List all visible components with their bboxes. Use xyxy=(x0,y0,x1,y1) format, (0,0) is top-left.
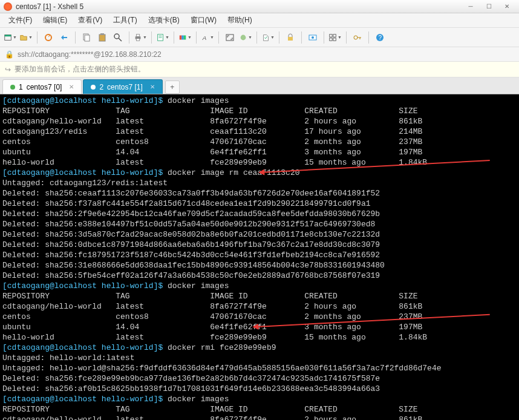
svg-rect-17 xyxy=(184,35,186,39)
terminal[interactable]: [cdtaogang@localhost hello-world]$ docke… xyxy=(0,94,519,420)
address-text[interactable]: ssh://cdtaogang:********@192.168.88.210:… xyxy=(18,50,162,59)
disconnect-button[interactable] xyxy=(57,31,71,44)
svg-rect-27 xyxy=(333,38,336,40)
open-button[interactable]: ▼ xyxy=(19,31,33,44)
close-button[interactable]: ✕ xyxy=(498,1,515,12)
color-scheme-button[interactable]: ▼ xyxy=(178,31,192,44)
xftp-button[interactable] xyxy=(306,31,319,44)
arrow-icon[interactable]: ↪ xyxy=(5,65,11,74)
infobar: ↪ 要添加当前会话，点击左侧的箭头按钮。 xyxy=(0,62,519,77)
lock-icon: 🔒 xyxy=(5,50,14,59)
tab-index: 1 xyxy=(19,83,23,91)
menu-tab[interactable]: 选项卡(B) xyxy=(143,13,184,27)
svg-rect-11 xyxy=(136,38,139,41)
menu-window[interactable]: 窗口(W) xyxy=(186,13,221,27)
svg-rect-26 xyxy=(330,38,332,40)
new-session-button[interactable]: ▼ xyxy=(4,31,17,44)
tab-add-button[interactable]: + xyxy=(165,80,180,94)
svg-text:A: A xyxy=(202,34,206,41)
svg-rect-21 xyxy=(288,37,293,41)
font-button[interactable]: A▼ xyxy=(201,31,214,44)
svg-rect-24 xyxy=(330,34,332,36)
toolbar: ▼ ▼ ▼ ▼ ▼ A▼ ▼ ▼ ▼ ? xyxy=(0,28,519,47)
tab-close-button[interactable]: ✕ xyxy=(69,84,74,90)
tab-close-button[interactable]: ✕ xyxy=(150,84,155,90)
menubar: 文件(F) 编辑(E) 查看(V) 工具(T) 选项卡(B) 窗口(W) 帮助(… xyxy=(0,13,519,28)
svg-rect-15 xyxy=(180,35,182,39)
key-button[interactable] xyxy=(351,31,364,44)
svg-line-8 xyxy=(119,38,122,41)
tab-centos7-0[interactable]: 1 centos7 [0] ✕ xyxy=(2,79,82,94)
reconnect-button[interactable] xyxy=(42,31,55,44)
infobar-text: 要添加当前会话，点击左侧的箭头按钮。 xyxy=(15,64,145,74)
svg-point-2 xyxy=(45,34,51,41)
paste-button[interactable] xyxy=(96,31,109,44)
app-icon xyxy=(4,2,12,11)
svg-rect-1 xyxy=(5,34,11,36)
maximize-button[interactable]: ☐ xyxy=(480,1,497,12)
svg-rect-16 xyxy=(181,35,184,39)
help-button[interactable]: ? xyxy=(373,31,387,44)
find-button[interactable] xyxy=(111,31,125,44)
svg-rect-10 xyxy=(136,34,139,36)
print-button[interactable]: ▼ xyxy=(134,31,147,44)
tab-status-icon xyxy=(10,85,15,90)
svg-point-7 xyxy=(114,34,119,39)
fullscreen-button[interactable] xyxy=(223,31,237,44)
svg-point-20 xyxy=(241,34,246,40)
svg-rect-4 xyxy=(85,35,90,41)
lock-button[interactable] xyxy=(284,31,297,44)
minimize-button[interactable]: ─ xyxy=(462,1,479,12)
tab-centos7-1[interactable]: 2 centos7 [1] ✕ xyxy=(83,79,162,94)
window-title: centos7 [1] - Xshell 5 xyxy=(16,2,83,11)
tabbar: 1 centos7 [0] ✕ 2 centos7 [1] ✕ + xyxy=(0,77,519,94)
tab-label: centos7 [1] xyxy=(107,83,143,91)
svg-rect-25 xyxy=(333,34,336,36)
tile-button[interactable]: ▼ xyxy=(328,31,342,44)
svg-point-28 xyxy=(354,36,357,39)
properties-button[interactable]: ▼ xyxy=(156,31,169,44)
svg-point-23 xyxy=(312,36,314,39)
tab-label: centos7 [0] xyxy=(27,83,62,91)
menu-help[interactable]: 帮助(H) xyxy=(223,13,257,27)
tab-index: 2 xyxy=(99,83,103,91)
svg-rect-5 xyxy=(99,34,105,41)
menu-tools[interactable]: 工具(T) xyxy=(108,13,142,27)
window-controls: ─ ☐ ✕ xyxy=(462,1,515,12)
menu-edit[interactable]: 编辑(E) xyxy=(38,13,72,27)
tab-status-icon xyxy=(91,85,96,90)
menu-view[interactable]: 查看(V) xyxy=(73,13,107,27)
svg-text:?: ? xyxy=(379,34,382,41)
script-button[interactable]: ▼ xyxy=(261,31,275,44)
menu-file[interactable]: 文件(F) xyxy=(4,13,37,27)
svg-rect-6 xyxy=(100,33,104,35)
copy-button[interactable] xyxy=(80,31,93,44)
window-titlebar: centos7 [1] - Xshell 5 ─ ☐ ✕ xyxy=(0,0,519,13)
addressbar: 🔒 ssh://cdtaogang:********@192.168.88.21… xyxy=(0,47,519,62)
transparency-button[interactable]: ▼ xyxy=(239,31,252,44)
